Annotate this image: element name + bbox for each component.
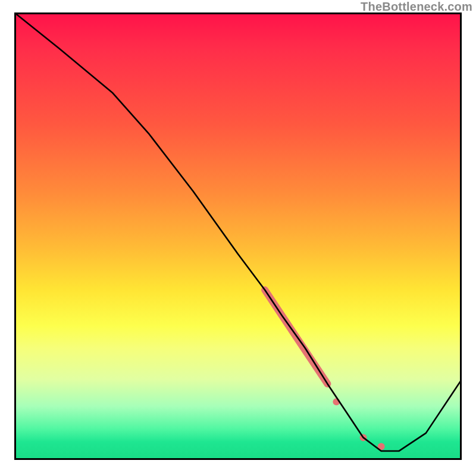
line-plot [14,12,462,460]
highlight-layer [265,290,385,450]
chart-canvas: TheBottleneck.com [0,0,476,476]
bottleneck-curve [14,12,462,451]
watermark-text: TheBottleneck.com [361,0,472,14]
